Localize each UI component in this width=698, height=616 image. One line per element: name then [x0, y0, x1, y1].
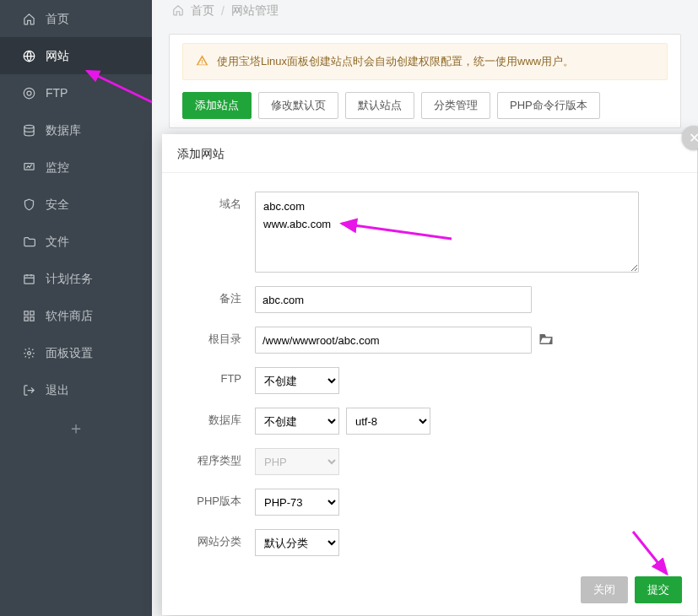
- content: 使用宝塔Linux面板创建站点时会自动创建权限配置，统一使用www用户。 添加站…: [169, 34, 681, 128]
- sidebar-item-database[interactable]: 数据库: [0, 111, 152, 149]
- sidebar-item-logout[interactable]: 退出: [0, 371, 152, 408]
- warning-icon: [196, 54, 208, 69]
- sidebar-item-settings[interactable]: 面板设置: [0, 334, 152, 371]
- sidebar-item-label: 软件商店: [46, 297, 93, 334]
- svg-rect-8: [24, 316, 27, 320]
- gear-icon: [22, 347, 35, 359]
- breadcrumb-home[interactable]: 首页: [191, 3, 214, 19]
- default-site-button[interactable]: 默认站点: [345, 92, 414, 119]
- sidebar-add-button[interactable]: ＋: [0, 417, 152, 440]
- svg-point-2: [27, 91, 31, 95]
- sidebar-item-label: 安全: [46, 186, 69, 223]
- sidebar-item-ftp[interactable]: FTP: [0, 74, 152, 111]
- sidebar-item-label: 文件: [46, 223, 69, 260]
- sidebar: 首页 网站 FTP 数据库 监控 安全 文件: [0, 0, 152, 616]
- domain-textarea[interactable]: abc.com www.abc.com: [255, 192, 639, 273]
- notice-text: 使用宝塔Linux面板创建站点时会自动创建权限配置，统一使用www用户。: [217, 54, 574, 69]
- sidebar-item-cron[interactable]: 计划任务: [0, 260, 152, 297]
- label-root: 根目录: [170, 327, 255, 347]
- remark-input[interactable]: [255, 286, 532, 313]
- shield-icon: [22, 198, 35, 211]
- category-button[interactable]: 分类管理: [421, 92, 490, 119]
- charset-select[interactable]: utf-8: [346, 408, 430, 435]
- svg-point-3: [24, 125, 33, 128]
- svg-rect-6: [24, 311, 27, 314]
- sidebar-item-label: 数据库: [46, 111, 81, 149]
- monitor-icon: [22, 161, 35, 174]
- ftp-select[interactable]: 不创建: [255, 367, 339, 394]
- dialog-footer: 关闭 提交: [581, 576, 682, 603]
- svg-rect-7: [30, 311, 33, 314]
- php-version-select[interactable]: PHP-73: [255, 489, 339, 516]
- svg-rect-9: [30, 316, 33, 320]
- ftp-icon: [22, 87, 35, 100]
- sidebar-item-home[interactable]: 首页: [0, 0, 152, 37]
- label-remark: 备注: [170, 286, 255, 306]
- label-db: 数据库: [170, 408, 255, 428]
- sidebar-item-label: 网站: [46, 37, 69, 74]
- type-select: PHP: [255, 448, 339, 475]
- dialog-title: 添加网站: [162, 134, 697, 173]
- globe-icon: [22, 50, 35, 62]
- breadcrumb: 首页 / 网站管理: [152, 0, 698, 25]
- php-cli-button[interactable]: PHP命令行版本: [497, 92, 600, 119]
- label-php: PHP版本: [170, 489, 255, 509]
- close-icon: ✕: [689, 130, 699, 146]
- sidebar-item-store[interactable]: 软件商店: [0, 297, 152, 334]
- svg-point-1: [24, 88, 35, 99]
- breadcrumb-sep: /: [221, 4, 225, 18]
- apps-icon: [22, 310, 35, 322]
- home-icon: [172, 4, 184, 19]
- sidebar-item-label: 监控: [46, 149, 69, 186]
- sidebar-item-label: 面板设置: [46, 334, 93, 371]
- category-select[interactable]: 默认分类: [255, 529, 339, 556]
- sidebar-item-label: 首页: [46, 0, 69, 37]
- folder-icon: [22, 235, 35, 248]
- submit-button[interactable]: 提交: [635, 576, 682, 603]
- dialog-form: 域名 abc.com www.abc.com 备注 根目录 FTP 不创建: [162, 173, 697, 578]
- modify-default-button[interactable]: 修改默认页: [258, 92, 338, 119]
- notice-bar: 使用宝塔Linux面板创建站点时会自动创建权限配置，统一使用www用户。: [182, 43, 668, 80]
- sidebar-item-label: 计划任务: [46, 260, 93, 297]
- sidebar-item-website[interactable]: 网站: [0, 37, 152, 74]
- add-site-button[interactable]: 添加站点: [182, 92, 252, 119]
- label-ftp: FTP: [170, 367, 255, 385]
- label-category: 网站分类: [170, 529, 255, 549]
- svg-rect-5: [24, 275, 33, 284]
- svg-point-10: [27, 351, 30, 354]
- breadcrumb-current: 网站管理: [231, 3, 279, 19]
- db-select[interactable]: 不创建: [255, 408, 339, 435]
- sidebar-item-label: FTP: [46, 74, 68, 111]
- folder-picker-icon[interactable]: [538, 332, 554, 349]
- add-site-dialog: ✕ 添加网站 域名 abc.com www.abc.com 备注 根目录: [162, 134, 697, 615]
- root-dir-input[interactable]: [255, 327, 532, 354]
- sidebar-item-monitor[interactable]: 监控: [0, 149, 152, 186]
- close-button[interactable]: 关闭: [581, 576, 628, 603]
- calendar-icon: [22, 273, 35, 285]
- database-icon: [22, 124, 35, 137]
- toolbar: 添加站点 修改默认页 默认站点 分类管理 PHP命令行版本: [182, 92, 668, 119]
- home-icon: [22, 13, 35, 25]
- label-type: 程序类型: [170, 448, 255, 468]
- sidebar-item-security[interactable]: 安全: [0, 186, 152, 223]
- sidebar-item-files[interactable]: 文件: [0, 223, 152, 260]
- sidebar-item-label: 退出: [46, 371, 69, 408]
- label-domain: 域名: [170, 192, 255, 212]
- exit-icon: [22, 384, 35, 397]
